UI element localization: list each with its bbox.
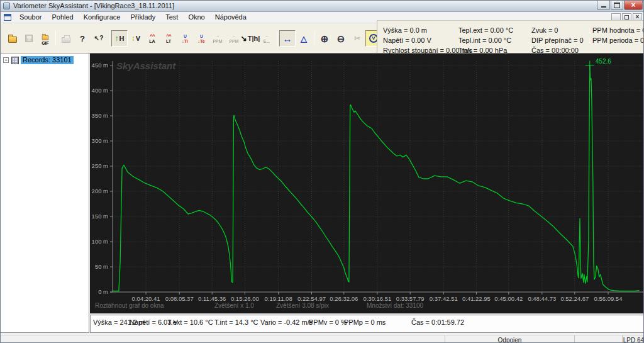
svg-text:0:15:26.00: 0:15:26.00 <box>231 295 259 302</box>
toolbar-fit-width-button[interactable]: ↔ <box>279 30 296 47</box>
toolbar-show-ppm-period-button: ··PPM <box>226 30 242 47</box>
folder-icon <box>42 35 49 40</box>
svg-text:0:33:57.79: 0:33:57.79 <box>396 295 425 302</box>
floppy-icon <box>25 35 33 42</box>
window-controls <box>596 1 643 10</box>
telemetry-field-t-ext: T.ext = 10.6 °C <box>167 318 213 326</box>
svg-text:400 m: 400 m <box>92 87 108 94</box>
peak-value-label: 452.6 <box>596 58 611 65</box>
svg-text:0:26:32.06: 0:26:32.06 <box>330 295 358 302</box>
svg-text:50 m: 50 m <box>95 263 108 270</box>
svg-text:0:22:54.97: 0:22:54.97 <box>297 295 326 302</box>
axis-labels: 0 m50 m100 m150 m200 m250 m300 m350 m400… <box>92 62 623 302</box>
svg-text:0:19:11.08: 0:19:11.08 <box>264 295 292 302</box>
records-tree-panel: + Records: 33101 <box>1 53 89 333</box>
toolbar-save-button <box>21 30 37 47</box>
mdi-child-system-icon[interactable] <box>4 14 11 21</box>
tree-expander-icon[interactable]: + <box>3 57 9 63</box>
toolbar-show-temp-altitude-button[interactable]: ↘T|h| <box>242 30 258 47</box>
grid <box>110 61 642 295</box>
svg-text:0:37:42.51: 0:37:42.51 <box>430 295 458 302</box>
toolbar-separator <box>277 31 277 45</box>
toolbar-separator <box>109 31 109 45</box>
svg-text:200 m: 200 m <box>92 188 108 194</box>
menu-item-priklady[interactable]: Příklady <box>125 12 160 23</box>
telemetry-field-vario: Vario = -0.42 m/s <box>260 318 313 326</box>
menu-item-test[interactable]: Test <box>160 12 183 23</box>
svg-text:0:45:00.42: 0:45:00.42 <box>494 295 523 302</box>
toolbar-show-la-button[interactable]: ^^LA <box>144 30 160 47</box>
telemetry-field-ppmv: PPMv = 0 % <box>309 318 347 326</box>
svg-text:350 m: 350 m <box>92 112 108 119</box>
altitude-curve <box>113 65 640 291</box>
toolbar-show-ppm-value-button: ··PPM <box>209 30 226 47</box>
altitude-chart-area[interactable]: SkyAssistant0 m50 m100 m150 m200 m250 m3… <box>90 53 644 313</box>
svg-text:300 m: 300 m <box>92 137 108 144</box>
svg-text:0 m: 0 m <box>98 288 108 295</box>
info-field-tepl-int: Tepl.int = 0.00 °C <box>458 35 513 45</box>
device-status: LPD 64 <box>622 335 644 343</box>
info-column: Zvuk = 0DIP přepínač = 0Čas = 00:00:00 <box>531 25 584 55</box>
telemetry-field-cas: Čas = 0:01:59.72 <box>411 318 464 326</box>
altitude-chart[interactable]: SkyAssistant0 m50 m100 m150 m200 m250 m3… <box>90 53 644 313</box>
device-status-text: LPD 64 <box>623 337 644 343</box>
minimize-button[interactable] <box>597 1 610 10</box>
svg-text:150 m: 150 m <box>92 213 108 220</box>
info-field-tepl-ext: Tepl.ext = 0.00 °C <box>458 25 513 35</box>
toolbar-show-temp-int-button[interactable]: ∪↓Ti <box>177 30 193 47</box>
svg-text:0:41:22.95: 0:41:22.95 <box>462 295 491 302</box>
cursor-telemetry-bar: Výška = 241.2 mNapětí = 6.03 VT.ext = 10… <box>90 315 644 333</box>
records-table-icon <box>11 57 19 64</box>
toolbar-show-altitude-button[interactable]: ↑H <box>111 30 128 47</box>
menu-item-pohled[interactable]: Pohled <box>47 12 78 23</box>
toolbar-show-voltage-button[interactable]: ↕V <box>128 30 144 47</box>
status-bar: Odpojen LPD 64 <box>1 335 644 343</box>
svg-text:450 m: 450 m <box>92 62 108 69</box>
svg-text:0:08:05.37: 0:08:05.37 <box>165 295 194 302</box>
chart-hint-zvetseni-x-1-0: Zvětšení x 1.0 <box>214 302 254 309</box>
info-field-ppm-perioda: PPM perioda = 0.0 ms <box>592 35 644 45</box>
toolbar-context-help-button[interactable]: ↖? <box>91 30 107 47</box>
printer-icon <box>62 37 70 43</box>
toolbar-zoom-out-button[interactable]: ⊖ <box>333 30 349 47</box>
svg-text:0:04:20.41: 0:04:20.41 <box>132 295 160 302</box>
menu-item-konfigurace[interactable]: Konfigurace <box>79 12 126 23</box>
window-title: Variometer SkyAssistant - [VikingRace3_1… <box>13 2 174 9</box>
toolbar-show-lt-button[interactable]: ^^LT <box>160 30 177 47</box>
svg-text:100 m: 100 m <box>92 238 108 245</box>
chart-hint-roztahnout-graf-do-okna: Roztáhnout graf do okna <box>95 302 164 309</box>
title-bar: Variometer SkyAssistant - [VikingRace3_1… <box>1 1 644 12</box>
toolbar-open-button[interactable] <box>4 30 21 47</box>
svg-text:0:30:16.51: 0:30:16.51 <box>363 295 391 302</box>
info-field-ppm-hodnota: PPM hodnota = 0 % <box>592 25 644 35</box>
toolbar-separator <box>55 31 56 45</box>
close-button[interactable] <box>624 1 643 10</box>
menu-item-soubor[interactable]: Soubor <box>14 12 47 23</box>
svg-text:250 m: 250 m <box>92 162 108 169</box>
app-icon <box>3 3 10 9</box>
toolbar-graph-polygon-button[interactable]: △ <box>296 30 312 47</box>
folder-icon <box>8 37 17 43</box>
telemetry-field-t-int: T.int = 14.3 °C <box>214 318 258 326</box>
chart-hint-zvetseni-3-08-s-pix: Zvětšení 3.08 s/pix <box>276 302 329 309</box>
chart-watermark: SkyAssistant <box>116 60 176 71</box>
toolbar-show-temp-ext-button[interactable]: ∪↓Te <box>193 30 209 47</box>
connection-status-text: Odpojen <box>498 337 522 343</box>
tree-item-records[interactable]: + Records: 33101 <box>3 56 74 64</box>
info-field-dip-prepinac: DIP přepínač = 0 <box>531 35 584 45</box>
toolbar-cut-button: ✂ <box>349 30 365 47</box>
info-column: Tepl.ext = 0.00 °CTepl.int = 0.00 °CTlak… <box>458 25 513 55</box>
toolbar-help-button[interactable]: ? <box>74 30 91 47</box>
svg-text:0:52:24.67: 0:52:24.67 <box>560 295 589 302</box>
tree-item-label[interactable]: Records: 33101 <box>21 56 74 64</box>
menu-item-napoveda[interactable]: Nápověda <box>210 12 252 23</box>
chart-hint-mnozstvi-dat-33100: Množství dat: 33100 <box>367 302 423 309</box>
menu-item-okno[interactable]: Okno <box>183 12 209 23</box>
live-telemetry-panel: Výška = 0.0 mNapětí = 0.00 VRychlost sto… <box>377 20 644 53</box>
toolbar-export-gif-button[interactable]: GIF <box>37 30 53 47</box>
maximize-button[interactable] <box>611 1 623 10</box>
app-window: Variometer SkyAssistant - [VikingRace3_1… <box>0 0 644 343</box>
toolbar-print-button <box>58 30 74 47</box>
toolbar-zoom-in-button[interactable]: ⊕ <box>316 30 333 47</box>
svg-text:0:11:45.36: 0:11:45.36 <box>198 295 226 302</box>
